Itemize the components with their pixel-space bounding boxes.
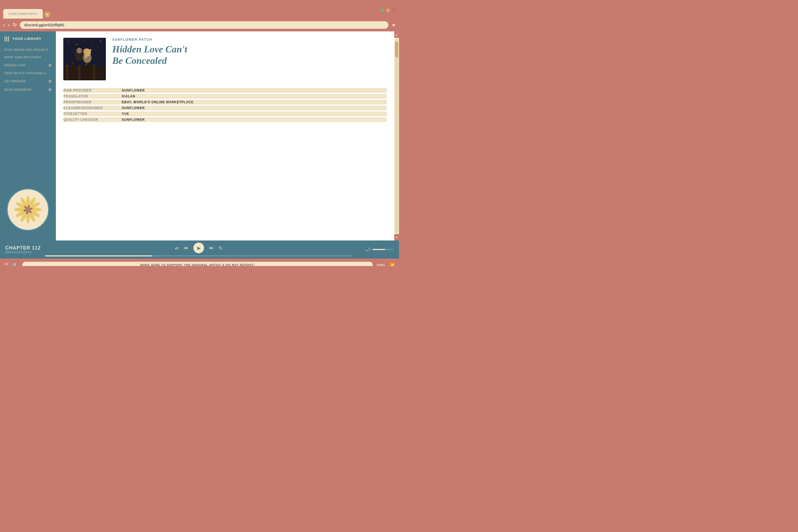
scrollbar: ▲ ▼ — [394, 32, 399, 241]
manga-group: SUNFLOWER PATCH — [112, 38, 387, 41]
new-tab-button[interactable]: + — [44, 12, 50, 18]
manga-info: SUNFLOWER PATCH Hidden Love Can't Be Con… — [112, 38, 387, 80]
chapter-info: CHAPTER 112 MANGADEX/BATO — [5, 245, 41, 254]
sidebar-item-dear-dreamers[interactable]: DEAR DREAMERS ✿ — [4, 86, 52, 94]
toolbar: ‹ › ↻ discord.gg/erG2zffq5G ★ — [0, 19, 399, 32]
sidebar-header: ||| YOUR LIBRARY — [0, 36, 56, 46]
sidebar-item-get-married[interactable]: GET MARRIED ✿ — [4, 77, 52, 86]
manga-title-line2: Be Concealed — [112, 55, 167, 66]
svg-rect-34 — [72, 63, 73, 63]
sidebar-item-hidden-love[interactable]: HIDDEN LOVE ✿ — [4, 61, 52, 70]
scroll-thumb[interactable] — [395, 41, 398, 57]
sidebar-flower-area — [0, 183, 56, 236]
credit-role-translator: TRANSLATOR — [63, 94, 122, 98]
credit-row-raw: RAW PROVIDER SUNFLOWER — [63, 88, 387, 93]
credit-value-qc: SUNFLOWER — [122, 118, 387, 122]
manga-title-line1: Hidden Love Can't — [112, 44, 187, 55]
manga-header: SUNFLOWER PATCH Hidden Love Can't Be Con… — [63, 38, 387, 80]
forward-button[interactable]: › — [8, 22, 10, 28]
next-button[interactable]: ⏭ — [209, 246, 214, 250]
svg-point-47 — [85, 55, 87, 58]
library-icon: ||| — [4, 36, 10, 42]
credit-row-qc: QUALITY CHECKER SUNFLOWER — [63, 118, 387, 122]
svg-point-22 — [84, 40, 85, 41]
minimize-button[interactable] — [380, 8, 384, 12]
credit-value-proofreader: EBAY, WORLD'S ONLINE MARKETPLACE — [122, 100, 387, 104]
progress-bar[interactable] — [45, 255, 352, 256]
credit-row-typesetter: TYPESETTER YUE — [63, 112, 387, 116]
svg-rect-33 — [66, 66, 67, 66]
status-message: MAKE SURE TO SUPPORT THE ORIGINAL ARTIST… — [22, 262, 373, 266]
wifi-icon: 📶 — [390, 263, 395, 266]
status-bar: ☰ 🔍 MAKE SURE TO SUPPORT THE ORIGINAL AR… — [0, 259, 399, 266]
repeat-button[interactable]: ↻ — [219, 246, 222, 251]
scroll-down-button[interactable]: ▼ — [394, 234, 399, 241]
credits-table: RAW PROVIDER SUNFLOWER TRANSLATOR XIALAN… — [63, 87, 387, 124]
main-layout: ||| YOUR LIBRARY STAR DREAM IDOL PROJECT… — [0, 32, 399, 241]
browser-chrome: SUNFLOWER PATCH + — [0, 0, 399, 19]
sidebar-items: STAR DREAM IDOL PROJECT MORE THAN BROTHE… — [0, 46, 56, 183]
window-controls — [380, 8, 396, 12]
sidebar-item-star-dream[interactable]: STAR DREAM IDOL PROJECT — [4, 46, 52, 54]
svg-rect-31 — [93, 64, 95, 80]
svg-point-20 — [68, 41, 69, 42]
svg-rect-32 — [99, 66, 101, 80]
close-button[interactable] — [392, 8, 396, 12]
flower-icon-3: ✿ — [49, 88, 52, 92]
credit-row-translator: TRANSLATOR XIALAN — [63, 94, 387, 98]
play-icon: ▶ — [197, 246, 201, 251]
svg-point-24 — [100, 41, 101, 41]
scroll-track[interactable] — [395, 39, 398, 233]
sidebar-item-label: MORE THAN BROTHERS — [4, 56, 41, 59]
credit-role-raw: RAW PROVIDER — [63, 88, 122, 93]
volume-area: 🔊 — [357, 247, 394, 252]
tab-area: SUNFLOWER PATCH + — [3, 2, 378, 19]
cover-art-svg — [63, 38, 106, 80]
maximize-button[interactable] — [386, 8, 390, 12]
sidebar-item-carp[interactable]: CARP WITH A THOUSAND E... — [4, 70, 52, 77]
menu-button[interactable]: ☰ — [4, 262, 8, 266]
content-area: SUNFLOWER PATCH Hidden Love Can't Be Con… — [56, 32, 394, 241]
credit-role-proofreader: PROOFREADER — [63, 100, 122, 104]
scroll-up-button[interactable]: ▲ — [394, 32, 399, 38]
address-bar[interactable]: discord.gg/erG2zffq5G — [20, 21, 388, 29]
manga-title: Hidden Love Can't Be Concealed — [112, 44, 387, 66]
player-bar: CHAPTER 112 MANGADEX/BATO ⇄ ⏮ ▶ ⏭ ↻ 🔊 — [0, 241, 399, 259]
svg-point-25 — [98, 47, 98, 48]
svg-point-18 — [25, 207, 31, 212]
search-button[interactable]: 🔍 — [13, 263, 18, 266]
svg-rect-27 — [66, 64, 68, 80]
credit-role-cleaner: CLEANER/REDRAWER — [63, 106, 122, 110]
flower-svg — [12, 194, 44, 226]
credit-value-raw: SUNFLOWER — [122, 88, 387, 93]
language-selector[interactable]: ENG — [377, 263, 385, 266]
manga-cover — [63, 38, 106, 80]
active-tab[interactable]: SUNFLOWER PATCH — [3, 9, 43, 19]
sidebar-item-more-than-brothers[interactable]: MORE THAN BROTHERS — [4, 54, 52, 61]
progress-fill — [45, 255, 152, 256]
chapter-number: CHAPTER 112 — [5, 245, 41, 251]
volume-icon: 🔊 — [365, 247, 370, 252]
svg-rect-28 — [71, 62, 75, 80]
play-button[interactable]: ▶ — [193, 243, 204, 253]
sidebar-item-label: DEAR DREAMERS — [4, 88, 32, 91]
shuffle-button[interactable]: ⇄ — [175, 246, 178, 251]
svg-point-23 — [92, 43, 93, 43]
player-controls: ⇄ ⏮ ▶ ⏭ ↻ — [175, 243, 222, 253]
credit-role-qc: QUALITY CHECKER — [63, 118, 122, 122]
back-button[interactable]: ‹ — [3, 22, 5, 28]
svg-rect-30 — [84, 63, 89, 80]
svg-rect-35 — [86, 64, 87, 65]
volume-bar[interactable] — [373, 249, 394, 250]
refresh-button[interactable]: ↻ — [13, 22, 17, 28]
flower-logo — [7, 188, 49, 231]
tab-label: SUNFLOWER PATCH — [8, 12, 38, 15]
progress-area: ⇄ ⏮ ▶ ⏭ ↻ — [45, 243, 352, 256]
bookmark-button[interactable]: ★ — [392, 22, 396, 28]
credit-row-cleaner: CLEANER/REDRAWER SUNFLOWER — [63, 106, 387, 110]
svg-point-46 — [91, 49, 92, 50]
sidebar-item-label: HIDDEN LOVE — [4, 63, 25, 67]
prev-button[interactable]: ⏮ — [184, 246, 188, 250]
sidebar-item-label: CARP WITH A THOUSAND E... — [4, 72, 49, 75]
credit-row-proofreader: PROOFREADER EBAY, WORLD'S ONLINE MARKETP… — [63, 100, 387, 104]
